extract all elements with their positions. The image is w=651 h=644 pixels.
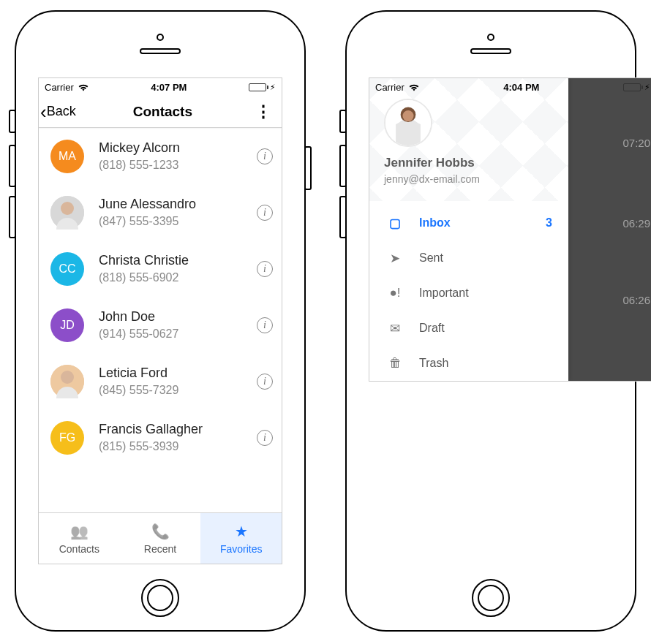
contact-avatar-initials: CC [50,252,84,286]
contact-name: John Doe [99,309,257,325]
info-icon[interactable]: i [257,261,273,277]
battery-icon: ⚡︎ [623,83,650,92]
tab-label: Favorites [220,543,263,555]
tab-label: Contacts [59,543,99,555]
svg-point-1 [61,202,74,215]
contact-row[interactable]: Leticia Ford(845) 555-7329i [39,353,282,409]
battery-icon: ⚡︎ [249,83,276,92]
contact-avatar-photo [50,365,84,398]
folder-trash[interactable]: 🗑Trash [369,346,568,381]
more-menu-button[interactable]: ⋮ [249,102,277,121]
contact-name: Francis Gallagher [99,422,257,437]
navigation-drawer: Jennifer Hobbs jenny@dx-email.com ▢Inbox… [369,78,568,381]
message-time: 06:26 [622,294,650,306]
front-camera [157,34,164,41]
contact-phone: (818) 555-1233 [99,159,257,172]
back-label: Back [47,104,76,119]
folder-important[interactable]: ●!Important [369,276,568,311]
carrier-label: Carrier [45,82,74,93]
contact-row[interactable]: MAMickey Alcorn(818) 555-1233i [39,128,282,184]
people-icon: 👥 [70,523,89,540]
drawer-header: Jennifer Hobbs jenny@dx-email.com [369,78,568,201]
user-name: Jennifer Hobbs [384,156,555,170]
contact-avatar-initials: JD [50,308,84,342]
folder-list: ▢Inbox3➤Sent●!Important✉Draft🗑Trash [369,201,568,381]
sent-icon: ➤ [385,251,404,266]
tab-favorites[interactable]: ★Favorites [200,513,282,564]
contacts-list[interactable]: MAMickey Alcorn(818) 555-1233iJune Aless… [39,128,282,512]
user-email: jenny@dx-email.com [384,173,555,185]
contact-avatar-photo [50,196,84,230]
home-button[interactable] [472,579,510,617]
message-time: 07:20 [622,137,650,149]
tab-label: Recent [144,543,176,555]
status-bar: Carrier 4:04 PM ⚡︎ [369,78,651,96]
folder-label: Inbox [419,216,546,230]
contact-phone: (914) 555-0627 [99,327,257,341]
folder-label: Important [419,287,552,300]
contact-phone: (847) 555-3395 [99,215,257,228]
earpiece-speaker [140,48,181,54]
contact-name: Mickey Alcorn [99,140,257,156]
wifi-icon [78,83,89,91]
screen: Carrier 4:04 PM ⚡︎ [369,77,651,382]
draft-icon: ✉ [385,321,404,336]
screen: Carrier 4:07 PM ⚡︎ ‹ Back Cont [38,77,282,564]
message-time: 06:29 [622,217,650,230]
wifi-icon [408,83,420,91]
contact-phone: (845) 555-7329 [99,384,257,397]
folder-sent[interactable]: ➤Sent [369,240,568,276]
contact-row[interactable]: JDJohn Doe(914) 555-0627i [39,297,282,353]
contact-row[interactable]: CCChrista Christie(818) 555-6902i [39,240,282,297]
star-icon: ★ [235,523,248,540]
info-icon[interactable]: i [257,430,273,446]
tab-recent[interactable]: 📞Recent [120,513,201,564]
status-bar: Carrier 4:07 PM ⚡︎ [39,78,282,96]
phone-mockup-contacts: Carrier 4:07 PM ⚡︎ ‹ Back Cont [3,0,317,643]
svg-point-3 [61,371,74,384]
tab-contacts[interactable]: 👥Contacts [39,513,120,564]
phone-frame: Carrier 4:04 PM ⚡︎ [345,10,636,632]
important-icon: ●! [385,286,404,300]
contact-name: Leticia Ford [99,365,257,381]
contact-row[interactable]: June Alessandro(847) 555-3395i [39,184,282,240]
back-button[interactable]: ‹ Back [40,102,76,121]
front-camera [487,34,494,41]
phone-icon: 📞 [151,523,170,540]
page-title: Contacts [133,104,192,120]
folder-badge: 3 [546,216,552,230]
navbar: ‹ Back Contacts ⋮ [39,96,282,128]
tab-bar: 👥Contacts📞Recent★Favorites [39,512,282,564]
user-avatar[interactable] [384,99,432,147]
trash-icon: 🗑 [385,356,404,371]
folder-label: Sent [419,251,552,265]
contact-name: Christa Christie [99,253,257,268]
svg-point-6 [402,110,413,121]
contact-avatar-initials: MA [50,140,84,173]
folder-label: Trash [419,357,552,370]
contact-name: June Alessandro [99,197,257,212]
home-button[interactable] [141,579,179,617]
contact-avatar-initials: FG [50,421,84,455]
folder-inbox[interactable]: ▢Inbox3 [369,205,568,240]
folder-label: Draft [419,322,552,335]
contact-phone: (818) 555-6902 [99,271,257,284]
contact-row[interactable]: FGFrancis Gallagher(815) 555-3939i [39,409,282,466]
info-icon[interactable]: i [257,148,273,164]
clock: 4:07 PM [151,82,187,93]
folder-draft[interactable]: ✉Draft [369,311,568,346]
contact-phone: (815) 555-3939 [99,440,257,453]
chevron-left-icon: ‹ [40,102,47,121]
clock: 4:04 PM [503,82,539,93]
info-icon[interactable]: i [257,374,273,390]
info-icon[interactable]: i [257,317,273,333]
phone-frame: Carrier 4:07 PM ⚡︎ ‹ Back Cont [15,10,306,632]
carrier-label: Carrier [375,82,404,93]
inbox-icon: ▢ [385,216,404,231]
earpiece-speaker [470,48,511,54]
info-icon[interactable]: i [257,205,273,221]
phone-mockup-email: Carrier 4:04 PM ⚡︎ [334,0,648,643]
content-scrim[interactable]: 07:2006:2906:26 [568,78,651,381]
